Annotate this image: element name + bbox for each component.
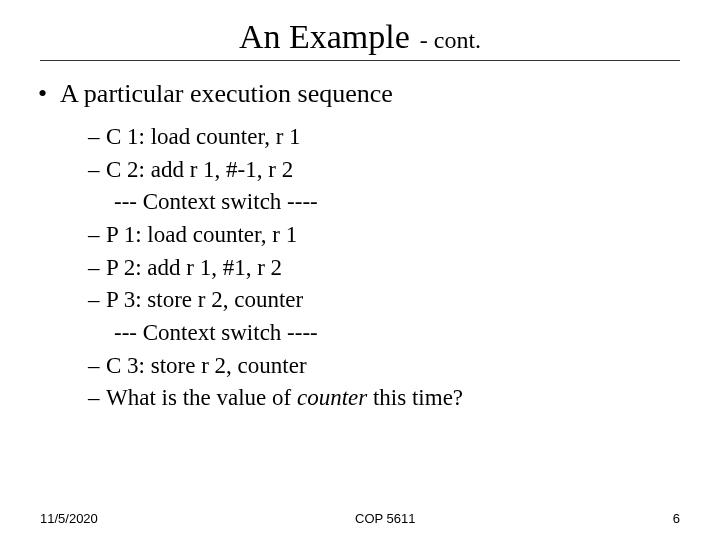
list-item: –P 2: add r 1, #1, r 2: [88, 252, 680, 285]
question-after: this time?: [367, 385, 463, 410]
title-suffix: - cont.: [420, 27, 481, 53]
footer-date: 11/5/2020: [40, 511, 98, 526]
dash: –: [88, 252, 106, 285]
slide-container: An Example - cont. • A particular execut…: [0, 0, 720, 540]
question-italic: counter: [297, 385, 367, 410]
item-text: C 3: store r 2, counter: [106, 353, 307, 378]
item-text: P 1: load counter, r 1: [106, 222, 297, 247]
list-item: --- Context switch ----: [88, 317, 680, 350]
dash: –: [88, 154, 106, 187]
dash: –: [88, 382, 106, 415]
dash: –: [88, 219, 106, 252]
item-text: C 2: add r 1, #-1, r 2: [106, 157, 293, 182]
title-underline: [40, 60, 680, 61]
list-item: –C 3: store r 2, counter: [88, 350, 680, 383]
item-text: --- Context switch ----: [114, 320, 318, 345]
sublist: –C 1: load counter, r 1 –C 2: add r 1, #…: [88, 121, 680, 415]
list-item: –P 3: store r 2, counter: [88, 284, 680, 317]
footer-center: COP 5611: [98, 511, 673, 526]
slide-title: An Example - cont.: [40, 18, 680, 56]
footer-page: 6: [673, 511, 680, 526]
title-main: An Example: [239, 18, 410, 55]
list-item: –C 2: add r 1, #-1, r 2: [88, 154, 680, 187]
bullet-marker: •: [36, 79, 60, 109]
dash: –: [88, 350, 106, 383]
question-before: What is the value of: [106, 385, 297, 410]
item-text: --- Context switch ----: [114, 189, 318, 214]
item-text: P 2: add r 1, #1, r 2: [106, 255, 282, 280]
dash: –: [88, 121, 106, 154]
bullet-line: • A particular execution sequence: [36, 79, 680, 109]
list-item: --- Context switch ----: [88, 186, 680, 219]
bullet-text: A particular execution sequence: [60, 79, 393, 109]
slide-footer: 11/5/2020 COP 5611 6: [0, 511, 720, 526]
list-item: –P 1: load counter, r 1: [88, 219, 680, 252]
item-text: P 3: store r 2, counter: [106, 287, 303, 312]
list-item: –C 1: load counter, r 1: [88, 121, 680, 154]
item-text: C 1: load counter, r 1: [106, 124, 301, 149]
dash: –: [88, 284, 106, 317]
list-item-question: –What is the value of counter this time?: [88, 382, 680, 415]
